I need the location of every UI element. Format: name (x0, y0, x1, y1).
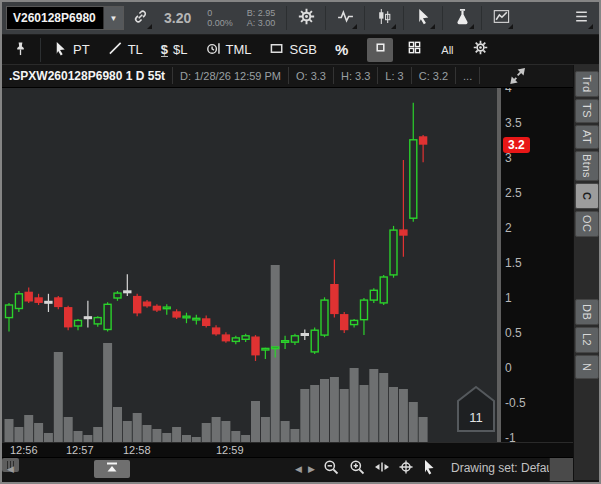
side-tab-l2[interactable]: L2 (575, 327, 599, 353)
zoom-out-icon (323, 459, 339, 479)
side-tab-label: AT (581, 130, 593, 144)
bar-count-badge: 11 (455, 384, 497, 434)
candle-body (203, 319, 210, 325)
drawing-set-selector[interactable]: Drawing set: Default (451, 461, 559, 475)
candle-body (35, 298, 42, 302)
candlestick-chart[interactable] (2, 88, 501, 443)
price-axis-label: -0.5 (505, 396, 526, 410)
side-tab-label: C (581, 192, 593, 200)
volume-bar (330, 377, 339, 443)
draw-tool-sgb[interactable]: SGB (261, 37, 326, 63)
side-tab-db[interactable]: DB (575, 299, 599, 325)
draw-tool-tml[interactable]: TML (197, 37, 261, 63)
side-tab-btns[interactable]: Btns (575, 151, 599, 181)
crosshair-button[interactable] (398, 460, 414, 478)
track-cursor-icon (507, 72, 527, 89)
ohlc-more[interactable]: ... (456, 67, 480, 84)
volume-bar (44, 433, 53, 443)
volume-bar (419, 417, 428, 443)
candle-body (351, 320, 358, 324)
bar-type-button[interactable] (370, 5, 398, 31)
symbol-value[interactable]: V260128P6980 (7, 7, 103, 29)
volume-bar (300, 389, 309, 443)
link-icon (132, 8, 149, 29)
ohlc-low: L: 3 (378, 67, 411, 84)
toolbar-divider (286, 6, 287, 30)
bottom-toolbar: ◀ ◀ ▶ Drawing set: Default (2, 457, 573, 480)
toolbar-divider (325, 6, 326, 30)
side-tab-c[interactable]: C (575, 183, 599, 209)
side-tab-ts[interactable]: TS (575, 99, 599, 123)
pin-icon (13, 41, 28, 59)
draw-tool-label: SGB (290, 42, 317, 57)
zoom-in-button[interactable] (349, 460, 365, 478)
chart-canvas[interactable]: 43.532.521.510.50-0.5-1 3.2 Lo: 0.1 11 (2, 88, 573, 443)
volume-bar (350, 368, 359, 443)
cursor-mode-button[interactable] (409, 5, 437, 31)
volume-bar (281, 421, 290, 443)
draw-tool-pt[interactable]: PT (44, 37, 99, 63)
trend-chart-icon (493, 8, 510, 29)
candle-body (321, 300, 328, 335)
pan-right-button[interactable]: ▶ (308, 460, 315, 478)
side-tab-oc[interactable]: OC (575, 211, 599, 237)
candlestick-icon (376, 8, 393, 29)
candle-body (94, 317, 101, 323)
cursor-icon (415, 8, 432, 29)
toolbar-settings-button[interactable] (468, 38, 494, 62)
volume-bar (241, 435, 250, 443)
fit-bars-button[interactable] (374, 460, 390, 478)
candle-body (15, 294, 22, 309)
volume-bar (340, 389, 349, 443)
collapse-panel-button[interactable] (94, 460, 130, 478)
current-price-badge: 3.2 (503, 137, 530, 153)
pointer-mode-button[interactable] (421, 460, 437, 478)
candle-body (341, 315, 348, 330)
candle-body (390, 230, 397, 275)
scroll-left-button[interactable]: ◀ (7, 460, 14, 478)
candle-body (183, 316, 190, 318)
draw-tool-dollarl[interactable]: $$L (152, 37, 197, 63)
track-cursor-button[interactable] (507, 66, 529, 86)
pan-left-button[interactable]: ◀ (295, 460, 302, 478)
price-axis-label: 1 (505, 291, 512, 305)
gear-icon (298, 8, 315, 29)
pin-button[interactable] (4, 37, 37, 63)
time-axis-label: 12:59 (216, 444, 244, 456)
draw-tool-percent[interactable]: % (326, 37, 357, 63)
grid-icon (407, 40, 422, 59)
time-axis[interactable]: 12:5612:5712:5812:59 (2, 442, 573, 457)
settings-button[interactable] (292, 5, 320, 31)
link-button[interactable] (126, 5, 154, 31)
volume-bar (133, 413, 142, 443)
candle-body (213, 328, 220, 334)
toolbar-divider (481, 6, 482, 30)
indicator-button[interactable] (331, 5, 359, 31)
study-button[interactable] (448, 5, 476, 31)
corner-resize-cell[interactable] (549, 458, 573, 481)
single-pane-button[interactable] (367, 38, 393, 62)
candle-body (291, 336, 298, 342)
trading-platform-window: V260128P6980 ▼ 3.20 0 0.00% B: 2.95 A: 3… (0, 0, 601, 484)
symbol-dropdown[interactable]: V260128P6980 ▼ (6, 6, 124, 30)
volume-bar (93, 427, 102, 443)
clock-icon (206, 41, 221, 59)
price-axis-scrollbar[interactable] (497, 88, 501, 443)
side-tab-label: DB (581, 304, 593, 320)
candle-body (311, 330, 318, 352)
zoom-out-button[interactable] (323, 460, 339, 478)
grid-layout-button[interactable] (401, 38, 427, 62)
draw-tool-tl[interactable]: TL (99, 37, 152, 63)
toolbar-divider (40, 38, 41, 62)
volume-bar (320, 379, 329, 443)
time-axis-label: 12:58 (123, 444, 151, 456)
side-tab-trd[interactable]: Trd (575, 71, 599, 97)
symbol-dropdown-arrow-icon[interactable]: ▼ (103, 7, 123, 29)
volume-bar (113, 407, 122, 443)
trend-tools-button[interactable] (487, 5, 515, 31)
all-button[interactable]: All (431, 44, 463, 56)
side-tab-at[interactable]: AT (575, 125, 599, 149)
side-tab-n[interactable]: N (575, 355, 599, 379)
menu-button[interactable] (567, 5, 595, 31)
time-axis-label: 12:56 (10, 444, 38, 456)
